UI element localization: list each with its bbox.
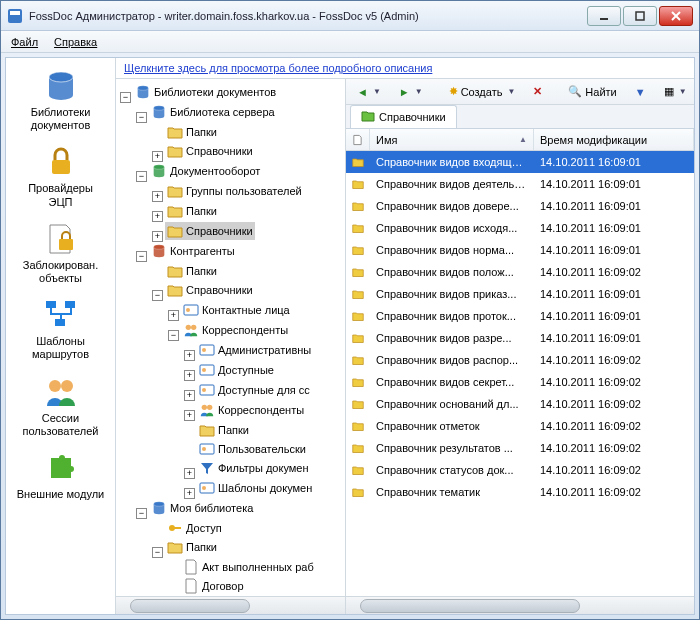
create-button[interactable]: ✸Создать▼ [444,82,521,101]
tree-node[interactable]: Папки [165,538,219,556]
svg-point-24 [186,308,190,312]
tree-node[interactable]: Справочники [165,281,255,299]
list-row[interactable]: Справочник статусов док...14.10.2011 16:… [346,459,694,481]
list-row[interactable]: Справочник оснований дл...14.10.2011 16:… [346,393,694,415]
col-icon[interactable] [346,129,370,150]
expand-toggle[interactable]: − [136,171,147,182]
view-button[interactable]: ▦▼ [659,82,692,101]
tree-node[interactable]: Корреспонденты [181,321,290,339]
tree-node[interactable]: Фильтры докумен [197,459,311,477]
expand-toggle[interactable]: + [152,211,163,222]
expand-toggle[interactable]: + [184,350,195,361]
expand-toggle[interactable]: + [184,468,195,479]
expand-toggle[interactable]: + [184,370,195,381]
expand-toggle[interactable]: + [152,231,163,242]
tree-node[interactable]: Административны [197,341,313,359]
tree-node[interactable]: Шаблоны докумен [197,479,314,497]
expand-toggle[interactable]: − [136,112,147,123]
tree-hscrollbar[interactable] [116,596,345,614]
tree-node[interactable]: Пользовательски [197,440,308,458]
tree-node[interactable]: Папки [165,262,219,280]
sidebar-item-doc-libs[interactable]: Библиотекидокументов [6,62,115,138]
tree-root[interactable]: Библиотеки документов [133,83,278,101]
list-row[interactable]: Справочник видов приказ...14.10.2011 16:… [346,283,694,305]
sidebar-item-route-templates[interactable]: Шаблонымаршрутов [6,291,115,367]
expand-toggle[interactable]: − [152,547,163,558]
list-row[interactable]: Справочник видов норма...14.10.2011 16:0… [346,239,694,261]
tab-references[interactable]: Справочники [350,105,457,128]
expand-toggle [168,564,179,575]
tree-node[interactable]: Папки [165,123,219,141]
delete-button[interactable]: ✕ [528,82,547,101]
list-row[interactable]: Справочник видов входящих д...14.10.2011… [346,151,694,173]
sidebar-item-locked-objects[interactable]: Заблокирован.объекты [6,215,115,291]
list-body[interactable]: Справочник видов входящих д...14.10.2011… [346,151,694,596]
list-row[interactable]: Справочник результатов ...14.10.2011 16:… [346,437,694,459]
card-icon [183,302,199,318]
expand-toggle[interactable]: − [168,330,179,341]
tree-node-label: Доступные [218,364,274,376]
sidebar-item-tsp-providers[interactable]: ПровайдерыЭЦП [6,138,115,214]
expand-toggle[interactable]: + [184,488,195,499]
nav-forward-button[interactable]: ►▼ [394,83,428,101]
list-hscrollbar[interactable] [346,596,694,614]
nav-back-button[interactable]: ◄▼ [352,83,386,101]
tree-node[interactable]: Корреспонденты [197,401,306,419]
expand-toggle[interactable]: + [184,410,195,421]
description-link[interactable]: Щелкните здесь для просмотра более подро… [124,62,432,74]
tree-node[interactable]: Доступные [197,361,276,379]
list-row[interactable]: Справочник видов разре...14.10.2011 16:0… [346,327,694,349]
tree-node[interactable]: Контактные лица [181,301,292,319]
list-row[interactable]: Справочник видов деятельн...14.10.2011 1… [346,173,694,195]
list-row[interactable]: Справочник видов исходя...14.10.2011 16:… [346,217,694,239]
filter-button[interactable]: ▼ [630,83,651,101]
tree-node[interactable]: Справочники [165,222,255,240]
expand-toggle[interactable]: − [136,251,147,262]
sidebar: БиблиотекидокументовПровайдерыЭЦПЗаблоки… [6,58,116,614]
tree-node[interactable]: Контрагенты [149,242,237,260]
expand-toggle[interactable]: − [152,290,163,301]
tree-node[interactable]: Документооборот [149,162,262,180]
close-button[interactable] [659,6,693,26]
maximize-button[interactable] [623,6,657,26]
tree-node[interactable]: Доступные для сс [197,381,312,399]
expand-toggle[interactable]: + [184,390,195,401]
tree-node[interactable]: Договор [181,577,246,595]
tree-node[interactable]: Папки [197,421,251,439]
sidebar-item-user-sessions[interactable]: Сессиипользователей [6,368,115,444]
list-row[interactable]: Справочник видов полож...14.10.2011 16:0… [346,261,694,283]
list-row[interactable]: Справочник видов распор...14.10.2011 16:… [346,349,694,371]
tree-node[interactable]: Доступ [165,519,224,537]
tree-node[interactable]: Справочники [165,142,255,160]
row-date: 14.10.2011 16:09:01 [534,244,694,256]
row-name: Справочник видов деятельн... [370,178,534,190]
col-name[interactable]: Имя▲ [370,129,534,150]
tree-node[interactable]: Акт выполненных раб [181,558,316,576]
row-name: Справочник видов исходя... [370,222,534,234]
expand-toggle[interactable]: + [152,151,163,162]
list-row[interactable]: Справочник видов довере...14.10.2011 16:… [346,195,694,217]
tree-node[interactable]: Группы пользователей [165,182,304,200]
expand-toggle[interactable]: + [152,191,163,202]
list-row[interactable]: Справочник тематик14.10.2011 16:09:02 [346,481,694,503]
list-row[interactable]: Справочник видов проток...14.10.2011 16:… [346,305,694,327]
menu-help[interactable]: Справка [54,36,97,48]
expand-toggle[interactable]: − [136,508,147,519]
tree-node[interactable]: Библиотека сервера [149,103,277,121]
row-name: Справочник результатов ... [370,442,534,454]
sidebar-item-ext-modules[interactable]: Внешние модули [6,444,115,507]
tree[interactable]: −Библиотеки документов−Библиотека сервер… [116,83,345,596]
svg-rect-12 [55,319,65,326]
tree-node[interactable]: Моя библиотека [149,499,255,517]
list-pane: ◄▼ ►▼ ✸Создать▼ ✕ 🔍Найти ▼ ▦▼ Справо [346,79,694,614]
list-row[interactable]: Справочник видов секрет...14.10.2011 16:… [346,371,694,393]
svg-rect-11 [65,301,75,308]
expand-toggle[interactable]: + [168,310,179,321]
list-row[interactable]: Справочник отметок14.10.2011 16:09:02 [346,415,694,437]
expand-toggle[interactable]: − [120,92,131,103]
tree-node[interactable]: Папки [165,202,219,220]
col-date[interactable]: Время модификации [534,129,694,150]
find-button[interactable]: 🔍Найти [563,82,621,101]
minimize-button[interactable] [587,6,621,26]
menu-file[interactable]: Файл [11,36,38,48]
